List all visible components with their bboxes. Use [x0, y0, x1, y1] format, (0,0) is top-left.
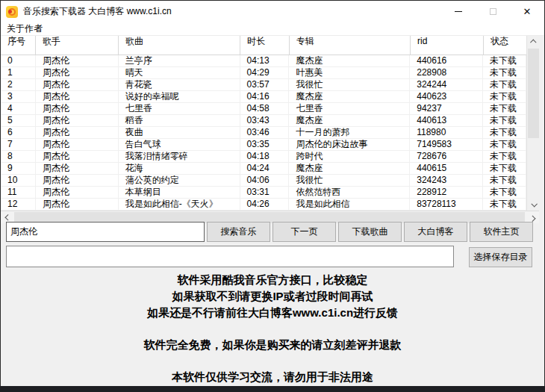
- cell-duration: 04:13: [240, 55, 290, 67]
- search-input[interactable]: [6, 222, 205, 242]
- cell-rid: 440616: [410, 55, 483, 67]
- results-table: 序号歌手歌曲时长专辑rid状态 0周杰伦兰亭序04:13魔杰座440616未下载…: [1, 36, 539, 223]
- menu-about-author[interactable]: 关于作者: [1, 22, 49, 35]
- cell-status: 未下载: [483, 127, 526, 139]
- download-song-button[interactable]: 下载歌曲: [338, 222, 402, 242]
- cell-album: 叶惠美: [289, 67, 410, 79]
- table-row[interactable]: 4周杰伦七里香04:58七里香94237未下载: [1, 103, 526, 115]
- cell-singer: 周杰伦: [36, 67, 119, 79]
- table-row[interactable]: 12周杰伦我是如此相信-《天火》04:26我是如此相信83728113未下载: [1, 199, 526, 211]
- scroll-up-icon[interactable]: [527, 36, 540, 48]
- app-window: 音乐搜索下载器 大白博客 www.c1i.cn ✕ 关于作者 序号歌手歌曲时长专…: [0, 0, 545, 392]
- cell-index: 12: [1, 199, 36, 211]
- column-header-duration[interactable]: 时长: [240, 36, 290, 55]
- cell-album: 我很忙: [289, 175, 410, 187]
- table-row[interactable]: 3周杰伦说好的幸福呢04:16魔杰座440623未下载: [1, 91, 526, 103]
- cell-singer: 周杰伦: [36, 187, 119, 199]
- table-row[interactable]: 6周杰伦夜曲03:46十一月的萧邦118980未下载: [1, 127, 526, 139]
- cell-song: 我是如此相信-《天火》: [119, 199, 240, 211]
- cell-status: 未下载: [483, 115, 526, 127]
- cell-index: 1: [1, 67, 36, 79]
- table-row[interactable]: 8周杰伦我落泪情绪零碎04:18跨时代728676未下载: [1, 151, 526, 163]
- window-title: 音乐搜索下载器 大白博客 www.c1i.cn: [23, 5, 172, 18]
- cell-singer: 周杰伦: [36, 151, 119, 163]
- notice-line: 如果还是不行请前往大白博客www.c1i.cn进行反馈: [0, 305, 545, 321]
- cell-index: 2: [1, 79, 36, 91]
- notice-line: 软件完全免费，如果你是购买来的请立刻差评并退款: [0, 337, 545, 353]
- column-header-song[interactable]: 歌曲: [119, 36, 240, 55]
- cell-duration: 04:06: [240, 175, 290, 187]
- cell-rid: 94237: [410, 103, 483, 115]
- table-row[interactable]: 2周杰伦青花瓷03:57我很忙324244未下载: [1, 79, 526, 91]
- window-controls: ✕: [441, 1, 544, 22]
- table-row[interactable]: 7周杰伦告白气球03:35周杰伦的床边故事7149583未下载: [1, 139, 526, 151]
- scroll-down-icon[interactable]: [527, 199, 540, 211]
- cell-index: 11: [1, 187, 36, 199]
- cell-album: 我很忙: [289, 79, 410, 91]
- cell-duration: 03:31: [240, 187, 290, 199]
- cell-rid: 228908: [410, 67, 483, 79]
- table-row[interactable]: 9周杰伦花海04:24魔杰座440615未下载: [1, 163, 526, 175]
- table-row[interactable]: 11周杰伦本草纲目03:31依然范特西228912未下载: [1, 187, 526, 199]
- cell-album: 魔杰座: [289, 115, 410, 127]
- cell-singer: 周杰伦: [36, 175, 119, 187]
- vertical-scrollbar[interactable]: [526, 36, 539, 211]
- cell-song: 我落泪情绪零碎: [119, 151, 240, 163]
- table-row[interactable]: 0周杰伦兰亭序04:13魔杰座440616未下载: [1, 55, 526, 67]
- cell-album: 七里香: [289, 103, 410, 115]
- cell-album: 我是如此相信: [289, 199, 410, 211]
- cell-rid: 728676: [410, 151, 483, 163]
- notice-line: 如果获取不到请更换IP或者过段时间再试: [0, 288, 545, 305]
- cell-rid: 228912: [410, 187, 483, 199]
- table-row[interactable]: 10周杰伦蒲公英的约定04:06我很忙324243未下载: [1, 175, 526, 187]
- cell-song: 告白气球: [119, 139, 240, 151]
- software-homepage-button[interactable]: 软件主页: [470, 222, 533, 242]
- table-body: 0周杰伦兰亭序04:13魔杰座440616未下载1周杰伦晴天04:29叶惠美22…: [1, 55, 526, 211]
- cell-index: 8: [1, 151, 36, 163]
- cell-index: 0: [1, 55, 36, 67]
- notice-line: 软件采用酷我音乐官方接口，比较稳定: [0, 272, 545, 288]
- cell-singer: 周杰伦: [36, 127, 119, 139]
- cell-singer: 周杰伦: [36, 139, 119, 151]
- cell-status: 未下载: [483, 187, 526, 199]
- maximize-button[interactable]: [476, 1, 510, 22]
- cell-index: 7: [1, 139, 36, 151]
- cell-status: 未下载: [483, 175, 526, 187]
- cell-status: 未下载: [483, 151, 526, 163]
- cell-status: 未下载: [483, 103, 526, 115]
- vertical-scroll-thumb[interactable]: [528, 49, 539, 138]
- save-dir-input[interactable]: [6, 246, 454, 267]
- cell-status: 未下载: [483, 139, 526, 151]
- column-header-status[interactable]: 状态: [484, 36, 527, 55]
- table-row[interactable]: 1周杰伦晴天04:29叶惠美228908未下载: [1, 67, 526, 79]
- column-header-album[interactable]: 专辑: [290, 36, 411, 55]
- cell-song: 兰亭序: [119, 55, 240, 67]
- column-header-rid[interactable]: rid: [411, 36, 484, 55]
- close-button[interactable]: ✕: [510, 1, 544, 22]
- cell-singer: 周杰伦: [36, 103, 119, 115]
- cell-song: 青花瓷: [119, 79, 240, 91]
- cell-album: 魔杰座: [289, 163, 410, 175]
- cell-album: 依然范特西: [289, 187, 410, 199]
- minimize-button[interactable]: [441, 1, 476, 22]
- dabai-blog-button[interactable]: 大白博客: [404, 222, 467, 242]
- column-header-singer[interactable]: 歌手: [36, 36, 119, 55]
- cell-song: 花海: [119, 163, 240, 175]
- table-row[interactable]: 5周杰伦稻香03:43魔杰座440613未下载: [1, 115, 526, 127]
- cell-status: 未下载: [483, 79, 526, 91]
- cell-duration: 04:58: [240, 103, 290, 115]
- column-header-index[interactable]: 序号: [1, 36, 36, 55]
- cell-rid: 440623: [410, 91, 483, 103]
- cell-album: 周杰伦的床边故事: [289, 139, 410, 151]
- cell-index: 10: [1, 175, 36, 187]
- cell-singer: 周杰伦: [36, 79, 119, 91]
- cell-rid: 118980: [410, 127, 483, 139]
- cell-duration: 04:29: [240, 67, 290, 79]
- select-dir-button[interactable]: 选择保存目录: [469, 247, 532, 267]
- cell-rid: 324244: [410, 79, 483, 91]
- search-music-button[interactable]: 搜索音乐: [207, 222, 270, 242]
- notice-line: 本软件仅供学习交流，请勿用于非法用途: [0, 369, 545, 385]
- cell-duration: 03:43: [240, 115, 290, 127]
- cell-album: 魔杰座: [289, 55, 410, 67]
- next-page-button[interactable]: 下一页: [272, 222, 336, 242]
